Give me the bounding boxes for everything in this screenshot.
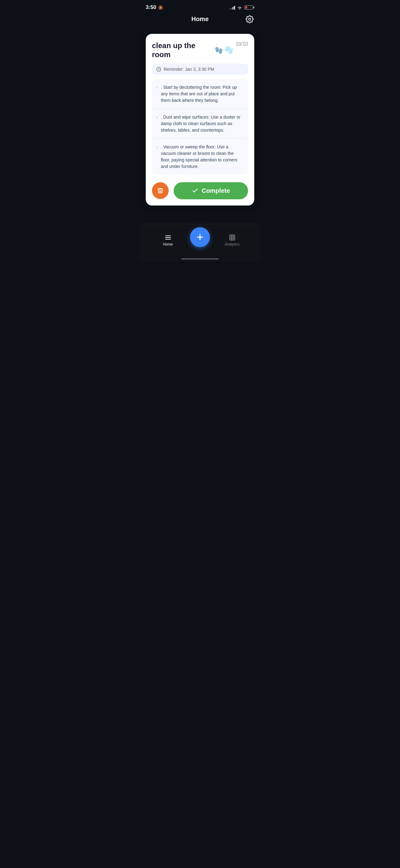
home-tab-icon [165, 234, 171, 241]
step-item-1[interactable]: › . Start by decluttering the room: Pick… [152, 79, 248, 109]
status-bar: 3:50 🔕 [139, 0, 261, 13]
tab-bar: Home Analytics [139, 224, 261, 262]
wifi-icon [237, 5, 242, 10]
clock-icon [156, 67, 161, 72]
header: Home [139, 13, 261, 28]
task-emoji-1: 🧤 [214, 46, 223, 54]
step-text-1: . Start by decluttering the room: Pick u… [161, 84, 244, 104]
step-item-3[interactable]: › . Vacuum or sweep the floor: Use a vac… [152, 139, 248, 175]
page-title: Home [191, 16, 209, 23]
signal-icon [229, 5, 235, 10]
reminder-row: Reminder: Jan 3, 3:30 PM [152, 64, 248, 75]
status-time: 3:50 [146, 4, 156, 10]
chevron-icon-2: › [156, 115, 158, 120]
complete-button[interactable]: Complete [174, 182, 248, 199]
task-header: clean up the room 🧤 🫧 10/10 [152, 41, 248, 59]
tab-home[interactable]: Home [146, 234, 190, 247]
task-title-group: clean up the room 🧤 🫧 [152, 41, 233, 59]
settings-button[interactable] [245, 14, 254, 24]
card-actions: Complete [152, 182, 248, 199]
status-icons [229, 5, 254, 10]
svg-rect-7 [229, 235, 235, 240]
chevron-icon-3: › [156, 144, 158, 149]
delete-button[interactable] [152, 182, 169, 199]
add-task-button[interactable] [190, 227, 210, 247]
reminder-text: Reminder: Jan 3, 3:30 PM [164, 67, 214, 72]
task-title: clean up the room [152, 41, 213, 59]
step-item-2[interactable]: › . Dust and wipe surfaces: Use a duster… [152, 109, 248, 139]
step-text-3: . Vacuum or sweep the floor: Use a vacuu… [161, 144, 244, 170]
main-content: clean up the room 🧤 🫧 10/10 Reminder: Ja… [139, 28, 261, 206]
gear-icon [245, 15, 254, 23]
checkmark-icon [192, 187, 198, 194]
steps-list: › . Start by decluttering the room: Pick… [152, 79, 248, 175]
trash-icon [157, 187, 164, 194]
home-indicator [181, 258, 219, 259]
mute-icon: 🔕 [158, 5, 163, 10]
task-count: 10/10 [236, 41, 248, 47]
svg-point-0 [249, 18, 251, 20]
home-tab-label: Home [163, 242, 173, 247]
analytics-tab-label: Analytics [225, 242, 239, 247]
analytics-tab-icon [229, 234, 236, 241]
step-text-2: . Dust and wipe surfaces: Use a duster o… [161, 114, 244, 133]
chevron-icon-1: › [156, 85, 158, 90]
battery-icon [244, 5, 254, 10]
complete-label: Complete [202, 187, 230, 194]
plus-icon [196, 233, 204, 242]
task-card: clean up the room 🧤 🫧 10/10 Reminder: Ja… [146, 34, 254, 206]
task-emoji-2: 🫧 [225, 46, 233, 54]
tab-analytics[interactable]: Analytics [210, 234, 254, 247]
